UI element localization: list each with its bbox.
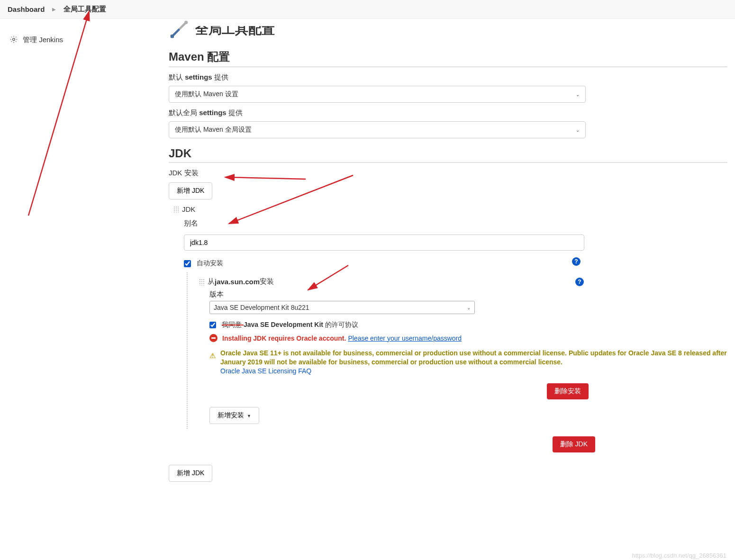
delete-jdk-button[interactable]: 删除 JDK — [553, 436, 595, 452]
maven-default-settings-select[interactable]: 使用默认 Maven 设置 ⌄ — [169, 86, 586, 103]
warning-icon: ⚠ — [209, 352, 216, 360]
breadcrumb: Dashboard ▶ 全局工具配置 — [0, 0, 735, 19]
license-agreement-checkbox[interactable] — [209, 322, 216, 328]
license-warning: ⚠ Oracle Java SE 11+ is not available fo… — [209, 349, 727, 376]
sidebar: 管理 Jenkins — [0, 19, 161, 501]
enter-credentials-link[interactable]: Please enter your username/password — [348, 334, 462, 342]
breadcrumb-current[interactable]: 全局工具配置 — [64, 5, 106, 14]
installer-block: 从 java.sun.com 安装 ? 版本 Java SE Developme… — [187, 272, 727, 429]
jdk-entry-header: JDK — [173, 205, 727, 213]
section-maven-title: Maven 配置 — [169, 49, 727, 67]
licensing-faq-link[interactable]: Oracle Java SE Licensing FAQ — [220, 367, 311, 375]
maven-global-settings-select[interactable]: 使用默认 Maven 全局设置 ⌄ — [169, 121, 586, 138]
breadcrumb-dashboard[interactable]: Dashboard — [8, 5, 45, 13]
caret-down-icon: ▼ — [247, 414, 251, 418]
auto-install-label: 自动安装 — [197, 259, 223, 268]
add-installer-label: 新增安装 — [218, 411, 244, 419]
license-agreement-row[interactable]: 我同意 Java SE Development Kit 的许可协议 — [209, 321, 727, 329]
error-icon — [209, 334, 218, 342]
svg-point-0 — [13, 38, 15, 41]
error-text: Installing JDK requires Oracle account. — [222, 334, 346, 342]
auto-install-checkbox[interactable] — [184, 260, 191, 267]
maven-global-settings-value: 使用默认 Maven 全局设置 — [175, 126, 252, 134]
installer-title: 从 java.sun.com 安装 — [199, 277, 274, 286]
jdk-version-value: Java SE Development Kit 8u221 — [214, 304, 309, 311]
add-jdk-button[interactable]: 新增 JDK — [169, 182, 212, 199]
oracle-account-error: Installing JDK requires Oracle account. … — [209, 334, 727, 342]
page-title: 全局工具配置 — [195, 20, 275, 38]
add-jdk-button-bottom[interactable]: 新增 JDK — [169, 465, 212, 482]
chevron-down-icon: ⌄ — [467, 305, 471, 310]
jdk-alias-input[interactable] — [184, 235, 584, 251]
sidebar-item-partial — [8, 26, 154, 28]
help-icon[interactable]: ? — [572, 257, 581, 266]
drag-handle-icon[interactable] — [173, 206, 179, 213]
chevron-down-icon: ⌄ — [576, 92, 580, 97]
maven-default-settings-value: 使用默认 Maven 设置 — [175, 90, 238, 99]
watermark: https://blog.csdn.net/qg_26856361 — [632, 552, 727, 559]
help-icon[interactable]: ? — [575, 278, 584, 286]
svg-rect-2 — [171, 35, 174, 38]
chevron-right-icon: ▶ — [52, 7, 56, 12]
delete-install-button[interactable]: 删除安装 — [547, 383, 589, 399]
auto-install-row[interactable]: 自动安装 — [184, 259, 223, 268]
drag-handle-icon[interactable] — [199, 279, 205, 285]
maven-default-settings-label: 默认 settings 提供 — [169, 73, 727, 82]
add-installer-button[interactable]: 新增安装▼ — [209, 407, 259, 424]
sidebar-item-label: 管理 Jenkins — [23, 36, 63, 45]
version-label: 版本 — [209, 290, 727, 299]
jdk-entry-title: JDK — [182, 205, 195, 213]
svg-point-1 — [184, 21, 188, 24]
jdk-version-select[interactable]: Java SE Development Kit 8u221 ⌄ — [209, 301, 475, 314]
license-agreement-label: 我同意 Java SE Development Kit 的许可协议 — [222, 321, 358, 329]
section-jdk-title: JDK — [169, 147, 727, 163]
wrench-screwdriver-icon — [169, 19, 190, 40]
sidebar-item-manage-jenkins[interactable]: 管理 Jenkins — [8, 31, 154, 49]
jdk-alias-label: 别名 — [184, 219, 727, 228]
gear-icon — [9, 35, 23, 45]
chevron-down-icon: ⌄ — [576, 127, 580, 133]
jdk-install-label: JDK 安装 — [169, 169, 727, 178]
main-content: 全局工具配置 Maven 配置 默认 settings 提供 使用默认 Mave… — [161, 19, 735, 501]
maven-global-settings-label: 默认全局 settings 提供 — [169, 108, 727, 117]
